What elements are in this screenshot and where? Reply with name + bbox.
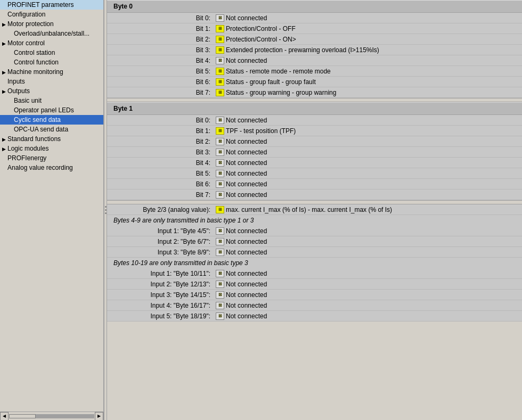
bit-label: Bit 2: xyxy=(107,36,214,43)
byte1-label: Byte 1 xyxy=(113,105,133,112)
table-row[interactable]: Bit 6: ⊠ Not connected xyxy=(107,179,522,190)
bit-value-text: TPF - test position (TPF) xyxy=(226,127,296,135)
input-row[interactable]: Input 3: "Byte 14/15": ⊠ Not connected xyxy=(107,290,522,300)
input-value: ⊠ Not connected xyxy=(214,270,522,277)
bit-label: Bit 1: xyxy=(107,25,214,32)
not-connected-icon: ⊠ xyxy=(216,14,224,22)
bit-label: Bit 3: xyxy=(107,46,214,54)
section-divider2 xyxy=(107,200,522,204)
bit-value-text: Status - remote mode - remote mode xyxy=(226,68,331,75)
sidebar-item-profinet[interactable]: PROFINET parameters xyxy=(0,0,103,10)
sidebar-item-control-function[interactable]: Control function xyxy=(0,57,103,67)
sidebar-nav: PROFINET parametersConfiguration▶Motor p… xyxy=(0,0,103,411)
table-row[interactable]: Bit 2: ⊞ Protection/Control - ON> xyxy=(107,34,522,45)
table-row[interactable]: Bit 7: ⊞ Status - group warning - group … xyxy=(107,87,522,98)
input-value: ⊠ Not connected xyxy=(214,249,522,256)
sidebar-item-cyclic-send-data[interactable]: Cyclic send data xyxy=(0,115,103,125)
input-value-text: Not connected xyxy=(226,227,267,235)
not-connected-icon: ⊠ xyxy=(216,249,224,256)
analog-content: Byte 2/3 (analog value): ⊞ max. current … xyxy=(107,204,522,322)
table-row[interactable]: Bit 5: ⊞ Status - remote mode - remote m… xyxy=(107,66,522,77)
table-row[interactable]: Bit 2: ⊠ Not connected xyxy=(107,136,522,147)
input-value-text: Not connected xyxy=(226,302,267,309)
not-connected-icon: ⊠ xyxy=(216,149,224,156)
table-row[interactable]: Bit 4: ⊠ Not connected xyxy=(107,158,522,168)
input-row[interactable]: Input 1: "Byte 10/11": ⊠ Not connected xyxy=(107,268,522,279)
table-row[interactable]: Bit 4: ⊠ Not connected xyxy=(107,55,522,66)
input-value: ⊠ Not connected xyxy=(214,227,522,235)
input-value-text: Not connected xyxy=(226,270,267,277)
table-row[interactable]: Bit 5: ⊠ Not connected xyxy=(107,168,522,179)
not-connected-icon: ⊠ xyxy=(216,191,224,199)
arrow-icon: ▶ xyxy=(2,89,7,94)
bit-value: ⊞ Status - group fault - group fault xyxy=(214,78,522,86)
bit-value: ⊠ Not connected xyxy=(214,57,522,64)
bit-label: Bit 0: xyxy=(107,117,214,124)
byte0-section: Byte 0 Bit 0: ⊠ Not connected Bit 1: ⊞ P… xyxy=(107,0,522,98)
bit-label: Bit 7: xyxy=(107,89,214,96)
bit-value-text: Status - group warning - group warning xyxy=(226,89,336,96)
bit-label: Bit 7: xyxy=(107,191,214,199)
sidebar-item-profienergy[interactable]: PROFIenergy xyxy=(0,153,103,163)
table-row[interactable]: Bit 7: ⊠ Not connected xyxy=(107,190,522,200)
input-row[interactable]: Input 5: "Byte 18/19": ⊠ Not connected xyxy=(107,311,522,322)
bit-value-text: Not connected xyxy=(226,14,267,22)
sidebar-item-machine-monitoring[interactable]: ▶Machine monitoring xyxy=(0,67,103,77)
bit-value: ⊞ Status - group warning - group warning xyxy=(214,89,522,96)
sidebar-item-inputs[interactable]: Inputs xyxy=(0,77,103,86)
sidebar-item-overload[interactable]: Overload/unbalance/stall... xyxy=(0,29,103,38)
byte1-section: Byte 1 Bit 0: ⊠ Not connected Bit 1: ⊞ T… xyxy=(107,102,522,200)
sidebar-item-basic-unit[interactable]: Basic unit xyxy=(0,96,103,105)
input-row[interactable]: Input 1: "Byte 4/5": ⊠ Not connected xyxy=(107,226,522,236)
not-connected-icon: ⊠ xyxy=(216,57,224,64)
bit-value-text: Protection/Control - OFF xyxy=(226,25,296,32)
scroll-thumb[interactable] xyxy=(9,414,36,418)
input-label: Input 3: "Byte 8/9": xyxy=(107,249,214,256)
table-row[interactable]: Bit 3: ⊠ Not connected xyxy=(107,147,522,158)
scroll-right-button[interactable]: ▶ xyxy=(95,412,103,421)
bit-value-text: Status - group fault - group fault xyxy=(226,78,316,86)
sidebar-scrollbar: ◀ ▶ xyxy=(0,411,103,420)
bit-label: Bit 5: xyxy=(107,68,214,75)
input-row[interactable]: Input 4: "Byte 16/17": ⊠ Not connected xyxy=(107,300,522,311)
table-row[interactable]: Bit 6: ⊞ Status - group fault - group fa… xyxy=(107,77,522,87)
table-row[interactable]: Bit 0: ⊠ Not connected xyxy=(107,13,522,23)
input-row[interactable]: Input 2: "Byte 12/13": ⊠ Not connected xyxy=(107,279,522,290)
table-row[interactable]: Bit 3: ⊞ Extended protection - prewarnin… xyxy=(107,45,522,55)
byte0-bits: Bit 0: ⊠ Not connected Bit 1: ⊞ Protecti… xyxy=(107,13,522,98)
arrow-icon: ▶ xyxy=(2,146,7,152)
sidebar-item-outputs[interactable]: ▶Outputs xyxy=(0,86,103,96)
sidebar-item-standard-functions[interactable]: ▶Standard functions xyxy=(0,134,103,144)
input-row[interactable]: Input 2: "Byte 6/7": ⊠ Not connected xyxy=(107,236,522,247)
sidebar-item-operator-panel-leds[interactable]: Operator panel LEDs xyxy=(0,105,103,115)
signal-icon: ⊞ xyxy=(216,68,224,75)
bit-value-text: Not connected xyxy=(226,57,267,64)
bit-value-text: Extended protection - prewarning overloa… xyxy=(226,46,379,54)
input-row[interactable]: Input 3: "Byte 8/9": ⊠ Not connected xyxy=(107,247,522,258)
sidebar-item-analog-value-recording[interactable]: Analog value recording xyxy=(0,163,103,172)
input-value: ⊠ Not connected xyxy=(214,302,522,309)
analog-row[interactable]: Byte 2/3 (analog value): ⊞ max. current … xyxy=(107,204,522,215)
arrow-icon: ▶ xyxy=(2,137,7,142)
bit-value: ⊠ Not connected xyxy=(214,170,522,177)
sidebar-item-motor-control[interactable]: ▶Motor control xyxy=(0,38,103,48)
byte0-label: Byte 0 xyxy=(113,3,133,10)
sidebar-item-logic-modules[interactable]: ▶Logic modules xyxy=(0,144,103,153)
table-row[interactable]: Bit 0: ⊠ Not connected xyxy=(107,115,522,126)
table-row[interactable]: Bit 1: ⊞ TPF - test position (TPF) xyxy=(107,126,522,136)
not-connected-icon: ⊠ xyxy=(216,281,224,288)
sidebar-item-configuration[interactable]: Configuration xyxy=(0,10,103,19)
table-row[interactable]: Bit 1: ⊞ Protection/Control - OFF xyxy=(107,23,522,34)
sidebar-item-motor-protection[interactable]: ▶Motor protection xyxy=(0,19,103,29)
signal-icon: ⊞ xyxy=(216,206,224,213)
not-connected-icon: ⊠ xyxy=(216,117,224,124)
input-label: Input 1: "Byte 10/11": xyxy=(107,270,214,277)
sidebar-item-control-station[interactable]: Control station xyxy=(0,48,103,57)
scroll-left-button[interactable]: ◀ xyxy=(0,412,9,421)
bit-value-text: Not connected xyxy=(226,138,267,145)
input-value: ⊠ Not connected xyxy=(214,312,522,320)
scroll-track xyxy=(9,414,94,418)
sidebar-item-opc-ua-send-data[interactable]: OPC-UA send data xyxy=(0,125,103,134)
arrow-icon: ▶ xyxy=(2,22,7,27)
bit-value-text: Not connected xyxy=(226,117,267,124)
